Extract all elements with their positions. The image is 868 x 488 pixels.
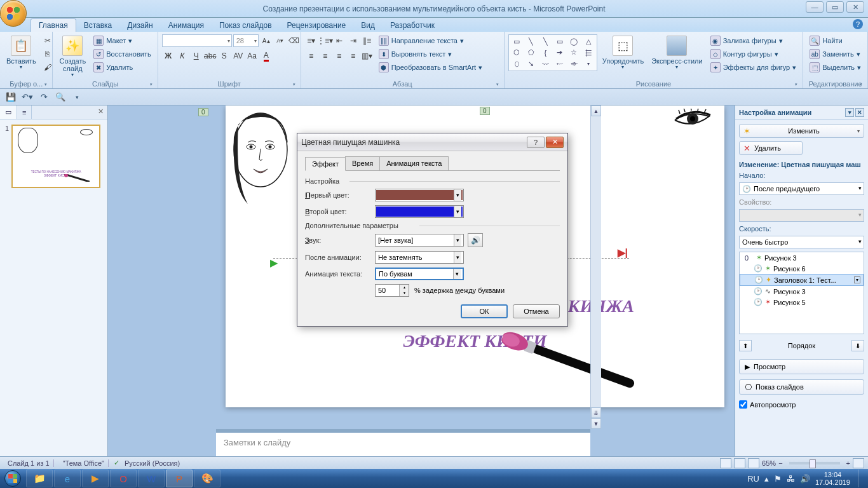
anim-speed-select[interactable]: Очень быстро: [739, 236, 864, 248]
zoom-slider[interactable]: [789, 462, 840, 464]
dialog-tab-effect[interactable]: Эффект: [305, 157, 346, 171]
tab-animation[interactable]: Анимация: [161, 19, 212, 32]
font-color-button[interactable]: A: [260, 50, 273, 62]
status-language[interactable]: Русский (Россия): [125, 459, 180, 467]
shadow-button[interactable]: S: [218, 50, 231, 62]
shape-effects-button[interactable]: ✦Эффекты для фигур ▾: [708, 61, 799, 74]
reorder-down-button[interactable]: ⬇: [851, 340, 864, 351]
zoom-in-button[interactable]: +: [846, 459, 850, 467]
text-direction-button[interactable]: ‖‖Направление текста ▾: [376, 34, 485, 47]
tray-action-center-icon[interactable]: ⚑: [774, 474, 782, 484]
arrange-button[interactable]: ⬚ Упорядочить▾: [600, 34, 646, 72]
tray-clock[interactable]: 13:0417.04.2019: [815, 471, 850, 486]
tab-view[interactable]: Вид: [353, 19, 383, 32]
tab-review[interactable]: Рецензирование: [280, 19, 354, 32]
task-opera[interactable]: O: [110, 470, 137, 487]
numbering-button[interactable]: ⋮≡▾: [319, 34, 332, 47]
select-button[interactable]: ⬚Выделить ▾: [807, 61, 864, 74]
tab-home[interactable]: Главная: [31, 18, 76, 32]
sorter-view-button[interactable]: [734, 458, 745, 468]
font-name-combo[interactable]: [162, 34, 232, 47]
dialog-ok-button[interactable]: ОК: [461, 304, 508, 318]
tab-developer[interactable]: Разработчик: [383, 19, 442, 32]
shape-outline-button[interactable]: ◇Контур фигуры ▾: [708, 48, 799, 60]
line-spacing-button[interactable]: ‖≡: [361, 34, 374, 47]
vertical-scrollbar[interactable]: ▲ ⇈ ⇊ ▼: [590, 105, 601, 429]
justify-button[interactable]: ≡: [347, 50, 360, 62]
bullets-button[interactable]: ≡▾: [305, 34, 318, 47]
panel-close-button[interactable]: ✕: [94, 105, 107, 119]
anim-remove-button[interactable]: ✕Удалить: [739, 141, 803, 155]
align-left-button[interactable]: ≡: [305, 50, 318, 62]
zoom-value[interactable]: 65%: [762, 459, 776, 467]
anim-item[interactable]: 🕑✶Рисунок 5: [740, 297, 864, 308]
autopreview-checkbox[interactable]: Автопросмотр: [739, 398, 864, 411]
tab-insert[interactable]: Вставка: [76, 19, 120, 32]
dialog-close-button[interactable]: ✕: [546, 137, 564, 148]
shape-fill-button[interactable]: ◉Заливка фигуры ▾: [708, 34, 799, 47]
anim-slideshow-button[interactable]: 🖵Показ слайдов: [739, 379, 864, 395]
quick-styles-button[interactable]: Экспресс-стили▾: [649, 34, 705, 72]
task-powerpoint[interactable]: P: [166, 470, 193, 487]
reset-button[interactable]: ↺Восстановить: [91, 48, 153, 60]
format-painter-button[interactable]: 🖌: [41, 61, 54, 74]
office-button[interactable]: [0, 0, 27, 27]
first-color-combo[interactable]: [375, 189, 464, 201]
slideshow-view-button[interactable]: [748, 458, 759, 468]
find-button[interactable]: 🔍Найти: [807, 34, 864, 47]
delay-spinner[interactable]: 50: [375, 284, 409, 297]
new-slide-button[interactable]: ✨ Создать слайд▾: [57, 34, 88, 79]
align-center-button[interactable]: ≡: [319, 50, 332, 62]
indent-button[interactable]: ⇥: [347, 34, 360, 47]
next-slide-button[interactable]: ⇊: [591, 407, 601, 418]
replace-button[interactable]: abЗаменить ▾: [807, 48, 864, 60]
anim-preview-button[interactable]: ▶Просмотр: [739, 359, 864, 374]
outdent-button[interactable]: ⇤: [333, 34, 346, 47]
panel-tab-outline[interactable]: ≡: [17, 105, 32, 119]
qat-save-button[interactable]: 💾: [4, 91, 18, 104]
second-color-combo[interactable]: [375, 205, 464, 218]
fit-window-button[interactable]: [853, 458, 864, 468]
italic-button[interactable]: К: [176, 50, 189, 62]
anim-item[interactable]: 🕑✶Рисунок 6: [740, 263, 864, 274]
slide-thumbnail[interactable]: ТЕСТЫ ПО НАНЕСЕНИЮ МАКИЯЖА ЭФФЕКТ КИСТИ: [11, 125, 100, 188]
layout-button[interactable]: ▦Макет ▾: [91, 34, 153, 47]
dialog-tab-textanim[interactable]: Анимация текста: [379, 156, 449, 170]
anim-pane-close[interactable]: ✕: [855, 108, 864, 117]
reorder-up-button[interactable]: ⬆: [739, 340, 752, 351]
sound-combo[interactable]: [Нет звука]: [375, 234, 464, 247]
smartart-button[interactable]: ⬢Преобразовать в SmartArt ▾: [376, 61, 485, 74]
tray-network-icon[interactable]: 🖧: [787, 474, 795, 484]
shrink-font-button[interactable]: A▾: [274, 34, 287, 47]
bold-button[interactable]: Ж: [162, 50, 175, 62]
normal-view-button[interactable]: [720, 458, 731, 468]
qat-customize-button[interactable]: ▾: [70, 91, 84, 104]
qat-redo-button[interactable]: ↷: [37, 91, 51, 104]
columns-button[interactable]: ▥▾: [361, 50, 374, 62]
anim-start-select[interactable]: 🕑После предыдущего: [739, 182, 864, 195]
shapes-gallery[interactable]: ▭╲╲▭◯△ ⬡⬠{➔☆⬱ ⬯↘〰⬳⬲▾: [508, 34, 597, 71]
strike-button[interactable]: abc: [204, 50, 217, 62]
help-icon[interactable]: ?: [853, 19, 863, 29]
zoom-out-button[interactable]: −: [778, 459, 782, 467]
anim-item-selected[interactable]: 🕑✦Заголовок 1: Тест...▾: [740, 274, 864, 286]
maximize-button[interactable]: ▭: [826, 1, 844, 13]
close-button[interactable]: ✕: [846, 1, 864, 13]
task-ie[interactable]: e: [54, 470, 81, 487]
qat-undo-button[interactable]: ↶▾: [20, 91, 34, 104]
case-button[interactable]: Aa: [246, 50, 259, 62]
tab-design[interactable]: Дизайн: [119, 19, 160, 32]
dialog-help-button[interactable]: ?: [527, 137, 545, 148]
show-desktop-button[interactable]: [858, 470, 863, 487]
dialog-titlebar[interactable]: Цветная пишущая машинка ? ✕: [297, 133, 567, 151]
grow-font-button[interactable]: A▴: [260, 34, 273, 47]
align-right-button[interactable]: ≡: [333, 50, 346, 62]
tray-lang[interactable]: RU: [747, 474, 759, 484]
align-text-button[interactable]: ⬍Выровнять текст ▾: [376, 48, 485, 60]
delete-slide-button[interactable]: ✖Удалить: [91, 61, 153, 74]
start-button[interactable]: [0, 469, 25, 488]
spacing-button[interactable]: AV: [232, 50, 245, 62]
dialog-tab-timing[interactable]: Время: [345, 156, 380, 170]
minimize-button[interactable]: —: [806, 1, 824, 13]
anim-item[interactable]: 0✶Рисунок 3: [740, 252, 864, 263]
